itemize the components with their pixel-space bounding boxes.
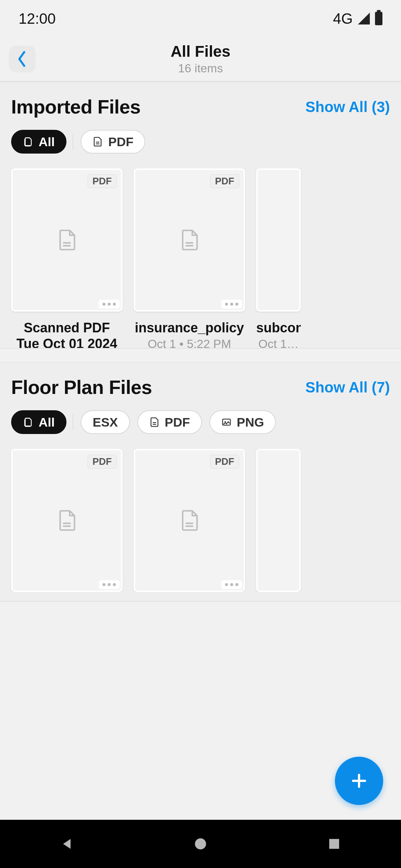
show-all-floorplan[interactable]: Show All (7) [306, 379, 390, 396]
plus-icon [350, 772, 368, 790]
chip-all-label: All [39, 135, 55, 149]
file-thumbnail[interactable]: PDF [11, 449, 123, 592]
chip-pdf-label: PDF [108, 135, 133, 149]
file-name: Scanned PDF Tue Oct 01 2024 [11, 320, 123, 349]
chip-esx-label: ESX [92, 415, 118, 430]
file-card[interactable]: PDF Scanned PDF Tue Oct 01 2024 Oct 1 • … [11, 168, 123, 349]
file-thumbnail[interactable]: PDF [134, 449, 245, 592]
file-icon [92, 137, 103, 147]
floorplan-cards-row[interactable]: PDF PDF [0, 434, 401, 592]
section-imported-files: Imported Files Show All (3) All PDF PDF … [0, 82, 401, 349]
section-title-floorplan: Floor Plan Files [11, 376, 152, 398]
file-card[interactable]: PDF [11, 449, 123, 592]
document-icon [178, 228, 201, 251]
nav-home-icon[interactable] [193, 836, 208, 851]
document-icon [178, 509, 201, 532]
nav-recent-icon[interactable] [327, 836, 342, 851]
app-bar: All Files 16 items [0, 37, 401, 82]
page-title: All Files [170, 43, 230, 60]
file-card[interactable]: PDF insurance_policy Oct 1 • 5:22 PM [134, 168, 245, 349]
file-type-badge: PDF [210, 174, 239, 188]
chip-all-label: All [39, 415, 55, 430]
filter-chips-floorplan: All ESX PDF PNG [0, 398, 401, 434]
more-button[interactable] [221, 580, 242, 589]
svg-point-2 [195, 838, 206, 849]
network-label: 4G [333, 10, 353, 27]
svg-rect-3 [329, 839, 339, 849]
chip-all[interactable]: All [11, 410, 66, 434]
chip-pdf[interactable]: PDF [81, 130, 145, 154]
back-button[interactable] [9, 46, 36, 72]
file-name: subcont… [256, 320, 301, 336]
file-icon [149, 417, 160, 427]
app-title-group: All Files 16 items [170, 43, 230, 75]
file-card[interactable]: PDF [134, 449, 245, 592]
imported-cards-row[interactable]: PDF Scanned PDF Tue Oct 01 2024 Oct 1 • … [0, 154, 401, 349]
section-floorplan-files: Floor Plan Files Show All (7) All ESX PD… [0, 362, 401, 602]
chip-png-label: PNG [237, 415, 264, 430]
status-indicators: 4G [333, 10, 382, 27]
file-card[interactable]: subcont… Oct 1… [256, 168, 301, 349]
document-icon [55, 228, 78, 251]
chip-divider [72, 414, 73, 430]
file-type-badge: PDF [88, 174, 117, 188]
section-title-imported: Imported Files [11, 96, 140, 118]
file-thumbnail[interactable]: PDF [11, 168, 123, 312]
more-button[interactable] [99, 580, 120, 589]
system-navigation-bar [0, 820, 401, 868]
chip-all[interactable]: All [11, 130, 66, 154]
filter-chips-imported: All PDF [0, 118, 401, 154]
nav-back-icon[interactable] [59, 836, 74, 851]
more-button[interactable] [221, 300, 242, 309]
file-thumbnail[interactable] [256, 168, 301, 312]
add-button[interactable] [335, 757, 383, 805]
file-thumbnail[interactable]: PDF [134, 168, 245, 312]
chip-divider [72, 134, 73, 150]
status-bar: 12:00 4G [0, 0, 401, 37]
battery-icon [375, 12, 382, 25]
image-icon [221, 417, 232, 427]
file-type-badge: PDF [210, 455, 239, 468]
file-meta: Oct 1 • 5:22 PM [134, 337, 245, 349]
show-all-imported[interactable]: Show All (3) [306, 99, 390, 115]
status-time: 12:00 [19, 10, 56, 27]
more-button[interactable] [99, 300, 120, 309]
file-name: insurance_policy [134, 320, 245, 336]
files-stack-icon [23, 137, 33, 147]
signal-icon [358, 13, 370, 24]
chip-png[interactable]: PNG [209, 410, 276, 434]
chevron-left-icon [16, 50, 28, 68]
document-icon [55, 509, 78, 532]
files-stack-icon [23, 417, 33, 427]
chip-pdf-label: PDF [165, 415, 190, 430]
chip-esx[interactable]: ESX [81, 410, 130, 434]
file-meta: Oct 1… [256, 337, 301, 349]
file-type-badge: PDF [88, 455, 117, 468]
file-card[interactable] [256, 449, 301, 592]
page-subtitle: 16 items [170, 62, 230, 75]
chip-pdf[interactable]: PDF [137, 410, 202, 434]
file-thumbnail[interactable] [256, 449, 301, 592]
